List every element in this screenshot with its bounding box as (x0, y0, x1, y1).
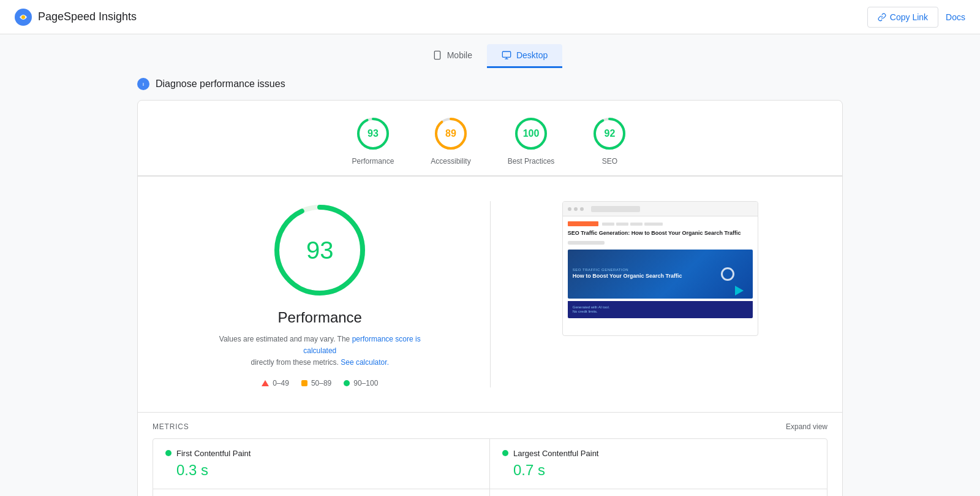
performance-subtitle: Values are estimated and may vary. The p… (216, 334, 424, 369)
metrics-section: METRICS Expand view First Contentful Pai… (138, 413, 842, 496)
site-logo (568, 221, 598, 226)
accessibility-score: 89 (445, 128, 456, 139)
fail-icon (262, 380, 269, 386)
toolbar-dot-2 (574, 207, 578, 211)
performance-circle: 93 (355, 115, 391, 152)
metrics-header: METRICS Expand view (153, 422, 827, 431)
desktop-icon (502, 50, 511, 60)
calculator-link[interactable]: See calculator. (341, 358, 389, 367)
legend-average: 50–89 (301, 379, 331, 387)
toolbar-dot-3 (580, 207, 584, 211)
svg-rect-4 (502, 52, 510, 57)
legend-fail: 0–49 (262, 379, 289, 387)
performance-label: Performance (352, 157, 394, 166)
score-item-accessibility[interactable]: 89 Accessibility (431, 115, 470, 166)
link-icon (878, 13, 886, 21)
fail-range: 0–49 (273, 379, 289, 387)
average-range: 50–89 (311, 379, 331, 387)
nav-items (602, 223, 663, 226)
metric-fcp: First Contentful Paint 0.3 s (153, 439, 490, 489)
diagnose-title: Diagnose performance issues (156, 78, 285, 90)
score-card: 93 Performance 89 Accessibility (137, 100, 843, 496)
mobile-icon (432, 50, 442, 60)
performance-section: 93 Performance Values are estimated and … (138, 177, 842, 412)
pass-icon (344, 380, 350, 386)
pass-range: 90–100 (353, 379, 378, 387)
pagespeed-logo-icon (15, 9, 32, 26)
screenshot-toolbar (563, 202, 758, 216)
lcp-value: 0.7 s (502, 462, 815, 479)
performance-title: Performance (278, 309, 362, 326)
metrics-grid: First Contentful Paint 0.3 s Largest Con… (153, 438, 827, 496)
svg-text:i: i (143, 82, 144, 86)
app-title: PageSpeed Insights (38, 10, 137, 23)
copy-link-label: Copy Link (890, 12, 928, 22)
section-divider (490, 201, 491, 387)
best-practices-circle: 100 (513, 115, 549, 152)
tab-desktop[interactable]: Desktop (487, 44, 562, 68)
legend: 0–49 50–89 90–100 (262, 379, 378, 387)
main-content: i Diagnose performance issues 93 Perform… (123, 68, 858, 496)
large-performance-circle: 93 (271, 201, 369, 299)
score-item-seo[interactable]: 92 SEO (591, 115, 628, 166)
fcp-label: First Contentful Paint (176, 449, 251, 458)
copy-link-button[interactable]: Copy Link (867, 7, 938, 28)
logo-area: PageSpeed Insights (15, 9, 137, 26)
metrics-title: METRICS (153, 422, 189, 431)
tab-mobile-label: Mobile (447, 50, 472, 60)
accessibility-label: Accessibility (431, 157, 470, 166)
fcp-name: First Contentful Paint (165, 449, 477, 458)
subtitle-text-1: Values are estimated and may vary. The (219, 335, 350, 343)
performance-left: 93 Performance Values are estimated and … (175, 201, 466, 387)
metric-cls: Cumulative Layout Shift 0.017 (490, 489, 827, 496)
calculator-link-text: See calculator. (341, 358, 389, 367)
seo-circle: 92 (591, 115, 628, 152)
screenshot-search-icon (721, 267, 734, 281)
best-practices-label: Best Practices (508, 157, 555, 166)
score-item-performance[interactable]: 93 Performance (352, 115, 394, 166)
screenshot-footer: Generated with AI tool.No credit limits. (568, 301, 753, 318)
metric-tbt: Total Blocking Time 200 ms (153, 489, 490, 496)
page-screenshot: SEO Traffic Generation: How to Boost You… (562, 201, 758, 336)
lcp-name: Largest Contentful Paint (502, 449, 815, 458)
tabs-container: Mobile Desktop (0, 34, 980, 68)
info-icon: i (140, 80, 147, 88)
screenshot-title: SEO Traffic Generation: How to Boost You… (568, 230, 753, 237)
large-performance-score: 93 (306, 237, 334, 264)
header-actions: Copy Link Docs (867, 7, 965, 28)
screenshot-hero-image: SEO TRAFFIC GENERATION How to Boost Your… (568, 250, 753, 299)
score-summary: 93 Performance 89 Accessibility (138, 101, 842, 176)
performance-score: 93 (368, 128, 379, 139)
average-icon (301, 380, 307, 386)
legend-pass: 90–100 (344, 379, 378, 387)
url-bar (591, 206, 640, 212)
lcp-dot (502, 450, 508, 456)
tab-mobile[interactable]: Mobile (418, 44, 487, 68)
lcp-label: Largest Contentful Paint (513, 449, 598, 458)
seo-score: 92 (604, 128, 615, 139)
diagnose-icon: i (137, 78, 149, 90)
score-item-best-practices[interactable]: 100 Best Practices (508, 115, 555, 166)
expand-view-button[interactable]: Expand view (786, 422, 827, 431)
screenshot-meta (568, 241, 605, 245)
metric-lcp: Largest Contentful Paint 0.7 s (490, 439, 827, 489)
toolbar-dot-1 (568, 207, 571, 211)
svg-point-1 (21, 15, 25, 19)
screenshot-footer-text: Generated with AI tool.No credit limits. (573, 305, 610, 314)
best-practices-score: 100 (523, 128, 540, 139)
seo-label: SEO (602, 157, 617, 166)
fcp-dot (165, 450, 172, 456)
docs-button[interactable]: Docs (946, 12, 965, 22)
performance-right: SEO Traffic Generation: How to Boost You… (515, 201, 806, 336)
accessibility-circle: 89 (432, 115, 469, 152)
diagnose-header: i Diagnose performance issues (137, 78, 843, 90)
screenshot-content: SEO Traffic Generation: How to Boost You… (563, 216, 758, 323)
fcp-value: 0.3 s (165, 462, 477, 479)
tab-desktop-label: Desktop (516, 50, 548, 60)
subtitle-text-2: directly from these metrics. (251, 358, 339, 367)
header: PageSpeed Insights Copy Link Docs (0, 0, 980, 34)
